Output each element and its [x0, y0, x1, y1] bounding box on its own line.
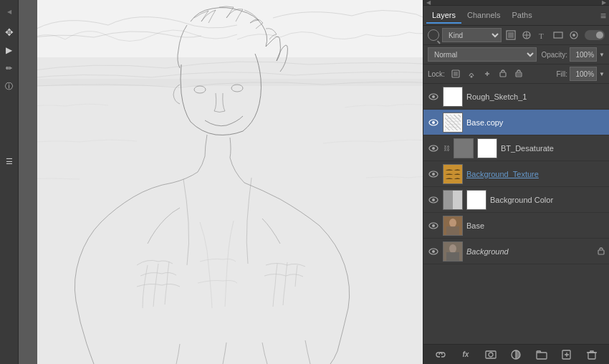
- svg-point-39: [432, 250, 435, 253]
- layers-list: Rough_Sketch_1 Base.copy: [423, 84, 609, 344]
- lock-label: Lock:: [428, 70, 445, 78]
- filter-pixel-icon[interactable]: [504, 29, 517, 42]
- fill-dropdown-icon[interactable]: ▼: [599, 71, 605, 77]
- sketch-canvas: [37, 0, 423, 364]
- delete-layer-btn[interactable]: [585, 348, 599, 362]
- adjustment-layer-btn[interactable]: [509, 348, 523, 362]
- add-mask-btn[interactable]: [484, 348, 498, 362]
- svg-rect-43: [443, 242, 462, 261]
- filter-toggle[interactable]: [585, 30, 605, 40]
- opacity-input[interactable]: [570, 47, 597, 62]
- svg-point-21: [432, 121, 435, 124]
- panel-tabs: Layers Channels Paths ≡: [423, 6, 609, 26]
- svg-rect-17: [517, 73, 521, 76]
- lock-background-icon: [598, 246, 605, 257]
- arrange-btn[interactable]: ☰: [2, 154, 16, 168]
- opacity-label: Opacity:: [541, 51, 567, 59]
- layer-name-background: Background: [466, 247, 594, 256]
- filter-type-icon[interactable]: T: [536, 29, 549, 42]
- thumb-bt-desaturate-mask: [477, 138, 497, 158]
- svg-point-46: [489, 353, 493, 357]
- lock-row: Lock: Fill: ▼: [423, 64, 609, 84]
- lock-artboard-icon[interactable]: [497, 67, 509, 80]
- link-layers-btn[interactable]: [433, 348, 448, 362]
- new-group-btn[interactable]: [534, 348, 549, 362]
- layer-bg-color[interactable]: Background Color: [423, 187, 609, 213]
- visibility-icon-rough-sketch[interactable]: [428, 91, 439, 102]
- lock-paint-icon[interactable]: [465, 67, 478, 80]
- play-btn[interactable]: ▶: [2, 43, 16, 57]
- visibility-icon-background[interactable]: [428, 246, 439, 257]
- visibility-icon-base[interactable]: [428, 220, 439, 231]
- layer-base[interactable]: Base: [423, 213, 609, 239]
- fill-input[interactable]: [570, 67, 597, 81]
- svg-rect-25: [454, 139, 473, 158]
- fx-btn[interactable]: fx: [459, 348, 473, 362]
- lock-pixels-icon[interactable]: [449, 67, 462, 80]
- blend-mode-row: Normal Multiply Screen Overlay Opacity: …: [423, 45, 609, 64]
- svg-rect-37: [446, 226, 459, 235]
- visibility-icon-bg-color[interactable]: [428, 194, 439, 206]
- layers-bottom-toolbar: fx: [423, 344, 609, 364]
- svg-rect-44: [598, 250, 604, 254]
- brush-btn[interactable]: ✏: [2, 61, 16, 75]
- svg-rect-15: [500, 72, 506, 77]
- collapse-right-panel-icon[interactable]: ▶: [602, 0, 606, 6]
- kind-select[interactable]: Kind Name Effect Mode: [442, 28, 502, 42]
- layer-name-rough-sketch: Rough_Sketch_1: [466, 92, 605, 101]
- thumb-rough-sketch: [443, 87, 463, 107]
- layer-bt-desaturate[interactable]: ⛓ BT_Desaturate: [423, 135, 609, 161]
- svg-point-27: [432, 173, 435, 176]
- layer-bg-texture[interactable]: Background_Texture: [423, 161, 609, 187]
- search-filter-icon[interactable]: [428, 29, 439, 41]
- thumb-bt-desaturate-layer: [454, 138, 474, 158]
- new-layer-btn[interactable]: [560, 348, 574, 362]
- thumb-base-copy: [443, 112, 463, 133]
- layer-name-bg-color: Background Color: [490, 196, 605, 204]
- filter-shape-icon[interactable]: [552, 29, 565, 42]
- thumb-background: [443, 241, 463, 262]
- filter-adjustment-icon[interactable]: [520, 29, 533, 42]
- svg-rect-13: [454, 72, 458, 76]
- collapse-left-panel-icon[interactable]: ◀: [426, 0, 431, 6]
- visibility-icon-bt-desaturate[interactable]: [428, 143, 439, 154]
- mini-toolbar: ◀ ✥ ▶ ✏ ⓘ ☰: [0, 0, 19, 364]
- move-tool-btn[interactable]: ✥: [2, 25, 16, 39]
- panel-menu-icon[interactable]: ≡: [600, 10, 606, 21]
- svg-rect-9: [554, 32, 562, 38]
- layer-background[interactable]: Background: [423, 239, 609, 264]
- filter-row: Kind Name Effect Mode T: [423, 26, 609, 45]
- layer-rough-sketch[interactable]: Rough_Sketch_1: [423, 84, 609, 110]
- svg-point-24: [432, 147, 435, 150]
- info-btn[interactable]: ⓘ: [2, 79, 16, 93]
- svg-rect-6: [508, 32, 514, 38]
- thumb-bg-color-layer: [443, 190, 463, 210]
- tab-paths[interactable]: Paths: [507, 8, 538, 24]
- chain-icon-bt-desaturate: ⛓: [443, 145, 450, 152]
- tab-layers[interactable]: Layers: [426, 8, 461, 24]
- visibility-icon-base-copy[interactable]: [428, 117, 439, 128]
- visibility-icon-bg-texture[interactable]: [428, 168, 439, 180]
- tab-channels[interactable]: Channels: [461, 8, 506, 24]
- lock-all-icon[interactable]: [512, 67, 525, 80]
- lock-position-icon[interactable]: [481, 67, 494, 80]
- layer-name-base-copy: Base.copy: [466, 118, 605, 127]
- collapse-left-icon[interactable]: ◀: [2, 4, 16, 19]
- svg-point-30: [432, 198, 435, 201]
- blend-mode-select[interactable]: Normal Multiply Screen Overlay: [428, 47, 537, 62]
- svg-point-19: [432, 95, 435, 98]
- svg-rect-48: [537, 353, 547, 359]
- opacity-dropdown-icon[interactable]: ▼: [599, 52, 605, 58]
- fill-label: Fill:: [557, 70, 568, 78]
- thumb-base: [443, 216, 463, 236]
- layer-name-bt-desaturate: BT_Desaturate: [501, 144, 605, 153]
- svg-rect-22: [443, 113, 462, 132]
- filter-smart-icon[interactable]: [567, 29, 580, 42]
- svg-rect-32: [453, 191, 462, 209]
- svg-point-14: [470, 76, 472, 78]
- layers-panel: ◀ ▶ Layers Channels Paths ≡ Kind Name Ef…: [423, 0, 609, 364]
- svg-rect-50: [588, 353, 595, 359]
- svg-rect-2: [37, 57, 423, 86]
- layer-base-copy[interactable]: Base.copy: [423, 110, 609, 135]
- layer-name-bg-texture: Background_Texture: [466, 170, 605, 178]
